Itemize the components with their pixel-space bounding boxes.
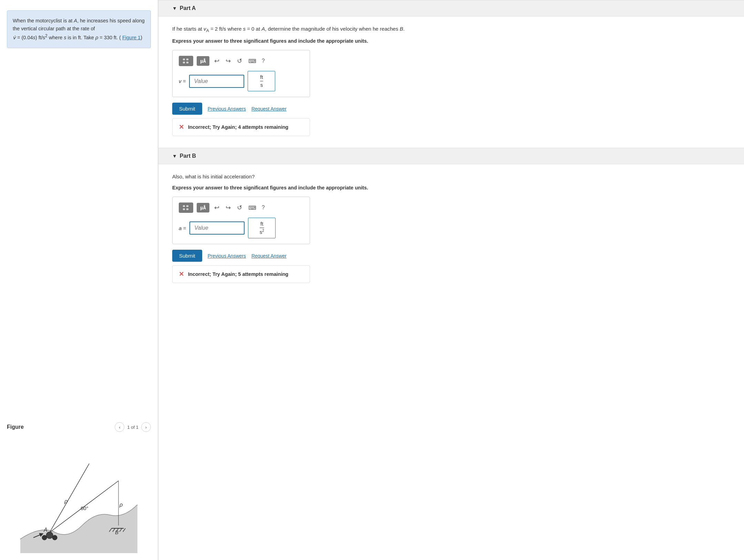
part-a-statement: If he starts at vA = 2 ft/s where s = 0 … — [172, 25, 730, 34]
part-b-input-label: a = — [179, 225, 186, 231]
part-b-statement: Also, what is his initial acceleration? — [172, 173, 730, 181]
part-a-input-row: v = ft s — [179, 71, 303, 91]
figure-next-button[interactable]: › — [141, 422, 151, 432]
svg-point-14 — [46, 532, 53, 539]
part-b-submit-row: Submit Previous Answers Request Answer — [172, 250, 730, 262]
part-b-error-text: Incorrect; Try Again; 5 attempts remaini… — [188, 271, 288, 277]
part-a-value-input[interactable] — [189, 75, 244, 88]
svg-rect-22 — [183, 205, 185, 207]
svg-text:60°: 60° — [81, 505, 89, 511]
part-a-error-icon: ✕ — [179, 123, 184, 131]
figure-prev-button[interactable]: ‹ — [115, 422, 124, 432]
main-content: ▼ Part A If he starts at vA = 2 ft/s whe… — [158, 0, 744, 560]
part-b-unit-fraction: ft s2 — [260, 221, 264, 235]
figure-header: Figure ‹ 1 of 1 › — [7, 422, 151, 432]
part-b-undo-button[interactable]: ↩ — [213, 203, 221, 212]
part-b-error-box: ✕ Incorrect; Try Again; 5 attempts remai… — [172, 265, 310, 283]
part-b-answer-box: μÅ ↩ ↪ ↺ ⌨ ? a = ft s2 — [172, 197, 310, 244]
part-b-value-input[interactable] — [189, 221, 245, 235]
part-b-input-row: a = ft s2 — [179, 218, 303, 238]
part-b-keyboard-button[interactable]: ⌨ — [247, 204, 258, 212]
figure-image: A ρ 60° ρ B — [7, 436, 151, 553]
part-a-answer-box: μÅ ↩ ↪ ↺ ⌨ ? v = ft s — [172, 50, 310, 97]
part-a-undo-button[interactable]: ↩ — [213, 56, 221, 65]
part-b-refresh-button[interactable]: ↺ — [236, 203, 244, 212]
svg-rect-24 — [183, 208, 185, 210]
svg-rect-20 — [183, 61, 185, 64]
svg-rect-23 — [186, 205, 189, 207]
figure-title: Figure — [7, 424, 24, 430]
svg-text:B: B — [115, 529, 118, 535]
figure-section: Figure ‹ 1 of 1 › — [7, 415, 151, 553]
svg-point-16 — [52, 535, 57, 540]
figure-link[interactable]: Figure 1 — [122, 35, 141, 40]
part-a-help: ? — [262, 58, 265, 64]
svg-rect-18 — [183, 58, 185, 61]
figure-nav: ‹ 1 of 1 › — [115, 422, 151, 432]
part-a-error-text: Incorrect; Try Again; 4 attempts remaini… — [188, 124, 288, 130]
svg-rect-21 — [186, 61, 189, 64]
part-a-unit-numerator: ft — [260, 74, 263, 80]
part-a-unit-denominator: s — [260, 82, 263, 88]
part-a-instruction: Express your answer to three significant… — [172, 38, 730, 44]
svg-rect-25 — [186, 208, 189, 210]
part-a-redo-button[interactable]: ↪ — [224, 56, 232, 65]
part-a-submit-row: Submit Previous Answers Request Answer — [172, 103, 730, 115]
part-b-previous-answers-button[interactable]: Previous Answers — [208, 253, 246, 259]
part-b-body: Also, what is his initial acceleration? … — [158, 164, 744, 287]
part-a-keyboard-button[interactable]: ⌨ — [247, 57, 258, 65]
part-a-request-answer-button[interactable]: Request Answer — [251, 106, 287, 112]
part-a-mu-button[interactable]: μÅ — [197, 56, 209, 66]
part-b-unit-denominator: s2 — [260, 229, 264, 235]
part-a-collapse-arrow[interactable]: ▼ — [172, 6, 177, 11]
part-a-previous-answers-button[interactable]: Previous Answers — [208, 106, 246, 112]
part-b-instruction: Express your answer to three significant… — [172, 185, 730, 190]
part-b-header: ▼ Part B — [158, 148, 744, 164]
part-b-unit-numerator: ft — [260, 221, 263, 227]
part-b-label: Part B — [180, 153, 196, 159]
figure-svg: A ρ 60° ρ B — [13, 436, 144, 553]
part-a-body: If he starts at vA = 2 ft/s where s = 0 … — [158, 17, 744, 139]
part-a-matrix-button[interactable] — [179, 56, 193, 66]
part-a-refresh-button[interactable]: ↺ — [236, 56, 244, 65]
part-a-input-label: v = — [179, 78, 186, 84]
part-b-matrix-button[interactable] — [179, 203, 193, 213]
part-a-unit-line — [260, 81, 263, 81]
part-a-header: ▼ Part A — [158, 0, 744, 17]
part-a-toolbar: μÅ ↩ ↪ ↺ ⌨ ? — [179, 56, 303, 66]
svg-text:A: A — [43, 527, 48, 533]
figure-nav-label: 1 of 1 — [127, 425, 138, 430]
svg-text:ρ: ρ — [119, 502, 123, 508]
part-b-collapse-arrow[interactable]: ▼ — [172, 153, 177, 159]
part-a-unit-fraction: ft s — [260, 74, 263, 88]
part-b-unit-line — [260, 228, 264, 228]
part-b-request-answer-button[interactable]: Request Answer — [251, 253, 287, 259]
part-b-error-icon: ✕ — [179, 270, 184, 278]
part-a-label: Part A — [180, 5, 196, 11]
part-b-redo-button[interactable]: ↪ — [224, 203, 232, 212]
sidebar: When the motorcyclist is at A, he increa… — [0, 0, 158, 560]
svg-text:ρ: ρ — [64, 498, 68, 504]
part-b-mu-button[interactable]: μÅ — [197, 203, 209, 212]
part-b-help: ? — [262, 205, 265, 211]
part-a-submit-button[interactable]: Submit — [172, 103, 202, 115]
svg-rect-19 — [186, 58, 189, 61]
part-a-error-box: ✕ Incorrect; Try Again; 4 attempts remai… — [172, 118, 310, 136]
problem-text: When the motorcyclist is at A, he increa… — [13, 18, 145, 40]
part-a-unit-box: ft s — [248, 71, 275, 91]
part-b-toolbar: μÅ ↩ ↪ ↺ ⌨ ? — [179, 203, 303, 213]
part-b-submit-button[interactable]: Submit — [172, 250, 202, 262]
svg-line-0 — [50, 464, 89, 532]
svg-point-15 — [42, 535, 47, 540]
problem-description: When the motorcyclist is at A, he increa… — [7, 10, 151, 48]
part-b-unit-box: ft s2 — [248, 218, 276, 238]
